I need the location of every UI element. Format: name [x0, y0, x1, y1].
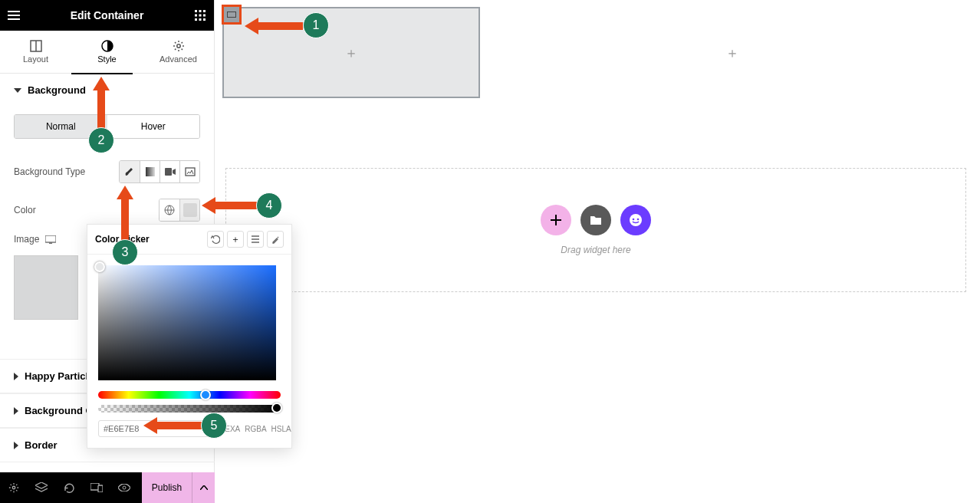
background-type-label: Background Type [14, 166, 85, 177]
svg-rect-7 [199, 18, 202, 21]
picker-actions: ＋ [207, 231, 284, 248]
caret-down-icon [14, 88, 21, 93]
drop-zone[interactable]: Drag widget here [225, 168, 966, 292]
picker-add[interactable]: ＋ [227, 231, 244, 248]
gradient-icon [146, 167, 155, 176]
svg-rect-13 [146, 167, 155, 176]
image-label: Image [14, 234, 39, 245]
tab-advanced-label: Advanced [159, 54, 197, 64]
color-control [159, 199, 200, 222]
globe-icon [164, 205, 175, 215]
eye-icon [118, 484, 130, 491]
svg-rect-1 [199, 10, 202, 12]
annotation-badge-5: 5 [201, 413, 227, 439]
widgets-grid-button[interactable] [186, 0, 214, 31]
add-template-button[interactable] [580, 205, 611, 235]
svg-point-23 [630, 214, 642, 226]
bgtype-gradient[interactable] [140, 161, 159, 182]
picker-undo[interactable] [207, 231, 224, 248]
annotation-badge-4: 4 [256, 192, 282, 219]
eyedropper-icon [271, 235, 280, 244]
selected-container[interactable]: ＋ [222, 7, 480, 98]
chevron-up-icon [200, 485, 208, 490]
responsive-icon[interactable] [45, 235, 56, 244]
menu-button[interactable] [0, 0, 28, 31]
sidebar-footer: Publish [0, 472, 215, 503]
caret-right-icon [14, 373, 18, 380]
mode-rgba[interactable]: RGBA [245, 425, 266, 433]
add-ai-button[interactable] [620, 205, 651, 235]
gear-icon [8, 482, 19, 493]
picker-list[interactable] [247, 231, 264, 248]
list-icon [252, 235, 259, 243]
svg-point-24 [633, 219, 635, 221]
svg-point-19 [12, 486, 15, 489]
devices-icon [90, 483, 103, 492]
tab-layout-label: Layout [23, 54, 48, 64]
caret-right-icon [14, 442, 18, 449]
svg-rect-20 [90, 483, 99, 490]
add-section-button[interactable] [541, 205, 571, 235]
container-slot-2[interactable]: ＋ [487, 7, 978, 98]
svg-rect-8 [203, 18, 206, 21]
preview-button[interactable] [110, 472, 138, 503]
publish-options[interactable] [192, 472, 215, 503]
svg-point-12 [176, 44, 179, 48]
panel-tabs: Layout Style Advanced [0, 31, 214, 74]
tab-layout[interactable]: Layout [0, 31, 71, 73]
hamburger-icon [8, 11, 20, 20]
navigator-button[interactable] [28, 472, 55, 503]
add-widget-icon[interactable]: ＋ [344, 44, 358, 62]
panel-title: Edit Container [28, 9, 186, 21]
color-preview [183, 203, 197, 217]
svg-rect-17 [45, 235, 56, 242]
image-placeholder[interactable] [14, 255, 78, 320]
folder-icon [590, 215, 602, 225]
background-type-row: Background Type [0, 153, 214, 191]
grid-icon [195, 10, 206, 21]
annotation-badge-1: 1 [303, 12, 329, 38]
tab-style-label: Style [97, 54, 116, 64]
svg-rect-6 [195, 18, 197, 21]
gear-icon [173, 40, 185, 52]
publish-button[interactable]: Publish [142, 472, 192, 503]
bgtype-video[interactable] [159, 161, 179, 182]
tab-advanced[interactable]: Advanced [143, 31, 214, 73]
video-icon [165, 168, 176, 176]
container-edit-handle[interactable] [222, 5, 242, 25]
settings-button[interactable] [0, 472, 28, 503]
color-swatch-button[interactable] [179, 199, 199, 221]
picker-eyedropper[interactable] [267, 231, 284, 248]
saturation-value-panel[interactable] [98, 265, 276, 380]
section-background-label: Background [28, 84, 86, 96]
tab-style[interactable]: Style [71, 31, 143, 73]
svg-point-22 [123, 486, 126, 489]
add-widget-icon[interactable]: ＋ [725, 44, 739, 62]
svg-rect-21 [98, 485, 103, 492]
sidebar-header: Edit Container [0, 0, 214, 31]
picker-footer: HEXA RGBA HSLA [87, 413, 291, 448]
hue-handle[interactable] [200, 390, 211, 400]
svg-point-25 [637, 219, 640, 221]
svg-rect-0 [195, 10, 197, 12]
svg-rect-5 [203, 15, 206, 17]
bgtype-classic[interactable] [120, 161, 140, 182]
svg-rect-4 [199, 15, 202, 17]
responsive-button[interactable] [83, 472, 110, 503]
state-hover[interactable]: Hover [107, 115, 200, 138]
svg-rect-3 [195, 15, 197, 17]
hue-slider[interactable] [98, 391, 281, 399]
svg-rect-2 [203, 10, 206, 12]
history-button[interactable] [55, 472, 83, 503]
sv-handle[interactable] [94, 261, 105, 272]
caret-right-icon [14, 407, 18, 415]
alpha-slider[interactable] [98, 405, 281, 413]
alpha-handle[interactable] [271, 403, 282, 413]
svg-rect-14 [165, 168, 172, 176]
global-color-button[interactable] [159, 199, 179, 221]
svg-rect-15 [186, 168, 195, 176]
annotation-badge-2: 2 [88, 127, 114, 153]
slideshow-icon [185, 167, 196, 176]
bgtype-slideshow[interactable] [179, 161, 199, 182]
mode-hsla[interactable]: HSLA [271, 425, 291, 433]
